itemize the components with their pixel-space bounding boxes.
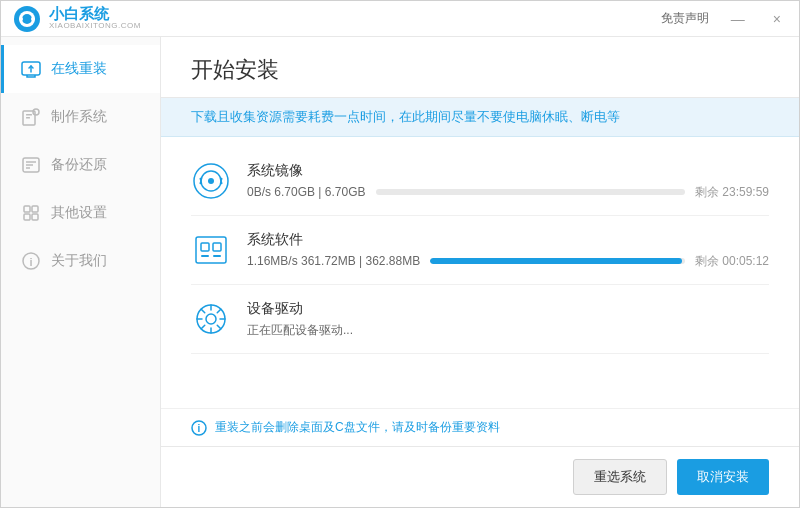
system-software-name: 系统软件 [247, 231, 769, 249]
system-image-progress-bar [376, 189, 685, 195]
about-us-icon: i [21, 251, 41, 271]
system-image-speed: 0B/s 6.70GB | 6.70GB [247, 185, 366, 199]
download-item-system-software: 系统软件 1.16MB/s 361.72MB | 362.88MB 剩余 00:… [191, 216, 769, 285]
svg-rect-4 [31, 17, 35, 21]
system-software-details: 系统软件 1.16MB/s 361.72MB | 362.88MB 剩余 00:… [247, 231, 769, 270]
system-image-remaining: 剩余 23:59:59 [695, 184, 769, 201]
logo-subtitle: XIAOBAIXITONG.COM [49, 22, 141, 31]
svg-rect-23 [201, 255, 209, 257]
reselect-system-button[interactable]: 重选系统 [573, 459, 667, 495]
sidebar-item-label-backup-restore: 备份还原 [51, 156, 107, 174]
svg-rect-11 [24, 206, 30, 212]
svg-text:i: i [29, 256, 32, 268]
warning-bar: i 重装之前会删除桌面及C盘文件，请及时备份重要资料 [161, 408, 799, 446]
sidebar: 在线重装 制作系统 [1, 37, 161, 507]
download-list: 系统镜像 0B/s 6.70GB | 6.70GB 剩余 23:59:59 [161, 137, 799, 408]
svg-rect-22 [213, 243, 221, 251]
svg-text:i: i [198, 423, 201, 434]
svg-rect-7 [26, 114, 32, 116]
system-image-name: 系统镜像 [247, 162, 769, 180]
device-driver-progress-row: 正在匹配设备驱动... [247, 322, 769, 339]
sidebar-item-make-system[interactable]: 制作系统 [1, 93, 160, 141]
sidebar-item-label-other-settings: 其他设置 [51, 204, 107, 222]
download-item-device-driver: 设备驱动 正在匹配设备驱动... [191, 285, 769, 354]
titlebar: 小白系统 XIAOBAIXITONG.COM 免责声明 — × [1, 1, 799, 37]
system-image-progress-row: 0B/s 6.70GB | 6.70GB 剩余 23:59:59 [247, 184, 769, 201]
system-software-progress-row: 1.16MB/s 361.72MB | 362.88MB 剩余 00:05:12 [247, 253, 769, 270]
sidebar-item-other-settings[interactable]: 其他设置 [1, 189, 160, 237]
system-software-progress-bar [430, 258, 685, 264]
device-driver-name: 设备驱动 [247, 300, 769, 318]
logo-icon [13, 5, 41, 33]
free-notice-link[interactable]: 免责声明 [661, 10, 709, 27]
system-image-icon [191, 161, 231, 201]
main-window: 小白系统 XIAOBAIXITONG.COM 免责声明 — × [0, 0, 800, 508]
svg-point-2 [22, 14, 32, 24]
svg-rect-3 [19, 17, 23, 21]
warning-icon: i [191, 420, 207, 436]
system-software-icon [191, 230, 231, 270]
sidebar-item-online-reinstall[interactable]: 在线重装 [1, 45, 160, 93]
sidebar-item-about-us[interactable]: i 关于我们 [1, 237, 160, 285]
device-driver-icon [191, 299, 231, 339]
system-software-progress-fill [430, 258, 682, 264]
download-item-system-image: 系统镜像 0B/s 6.70GB | 6.70GB 剩余 23:59:59 [191, 147, 769, 216]
svg-point-26 [206, 314, 216, 324]
footer-buttons: 重选系统 取消安装 [161, 446, 799, 507]
content-area: 在线重装 制作系统 [1, 37, 799, 507]
system-software-speed: 1.16MB/s 361.72MB | 362.88MB [247, 254, 420, 268]
online-reinstall-icon [21, 59, 41, 79]
device-driver-speed: 正在匹配设备驱动... [247, 322, 353, 339]
sidebar-item-backup-restore[interactable]: 备份还原 [1, 141, 160, 189]
page-title: 开始安装 [191, 55, 769, 85]
notice-text: 下载且收集资源需要耗费一点时间，在此期间尽量不要使电脑休眠、断电等 [191, 109, 620, 124]
other-settings-icon [21, 203, 41, 223]
minimize-button[interactable]: — [725, 9, 751, 29]
system-software-remaining: 剩余 00:05:12 [695, 253, 769, 270]
svg-rect-24 [213, 255, 221, 257]
system-image-details: 系统镜像 0B/s 6.70GB | 6.70GB 剩余 23:59:59 [247, 162, 769, 201]
close-button[interactable]: × [767, 9, 787, 29]
notice-bar: 下载且收集资源需要耗费一点时间，在此期间尽量不要使电脑休眠、断电等 [161, 98, 799, 137]
logo-text-area: 小白系统 XIAOBAIXITONG.COM [49, 6, 141, 31]
device-driver-details: 设备驱动 正在匹配设备驱动... [247, 300, 769, 339]
svg-point-9 [33, 109, 39, 115]
sidebar-item-label-about-us: 关于我们 [51, 252, 107, 270]
svg-rect-14 [32, 214, 38, 220]
warning-text: 重装之前会删除桌面及C盘文件，请及时备份重要资料 [215, 419, 500, 436]
sidebar-item-label-make-system: 制作系统 [51, 108, 107, 126]
page-header: 开始安装 [161, 37, 799, 98]
svg-rect-13 [24, 214, 30, 220]
cancel-install-button[interactable]: 取消安装 [677, 459, 769, 495]
make-system-icon [21, 107, 41, 127]
svg-point-19 [208, 178, 214, 184]
titlebar-right: 免责声明 — × [661, 9, 787, 29]
sidebar-item-label-online-reinstall: 在线重装 [51, 60, 107, 78]
svg-rect-8 [26, 117, 30, 119]
svg-rect-21 [201, 243, 209, 251]
logo-title: 小白系统 [49, 6, 141, 23]
svg-rect-12 [32, 206, 38, 212]
main-content: 开始安装 下载且收集资源需要耗费一点时间，在此期间尽量不要使电脑休眠、断电等 [161, 37, 799, 507]
backup-restore-icon [21, 155, 41, 175]
logo-area: 小白系统 XIAOBAIXITONG.COM [13, 5, 141, 33]
